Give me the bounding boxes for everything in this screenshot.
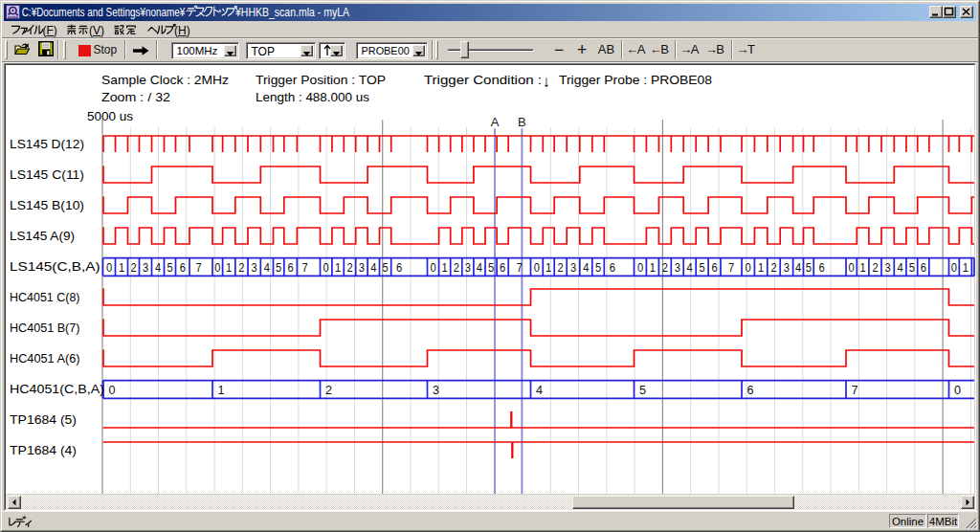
svg-text:2: 2: [558, 260, 564, 275]
svg-text:4: 4: [795, 260, 801, 275]
svg-text:5: 5: [276, 260, 281, 275]
svg-text:5: 5: [700, 260, 705, 275]
svg-text:7: 7: [517, 260, 523, 275]
svg-text:↓: ↓: [543, 73, 551, 91]
svg-text:7: 7: [728, 260, 734, 275]
svg-text:7: 7: [852, 383, 858, 397]
svg-text:1: 1: [335, 260, 341, 275]
svg-text:2: 2: [770, 260, 776, 275]
svg-text:0: 0: [746, 260, 751, 275]
svg-text:3: 3: [885, 260, 891, 275]
svg-text:1: 1: [226, 260, 232, 275]
svg-text:3: 3: [675, 260, 680, 275]
svg-text:Zoom : / 32: Zoom : / 32: [101, 91, 170, 104]
svg-text:6: 6: [180, 260, 186, 275]
svg-text:LS145 B(10): LS145 B(10): [10, 199, 84, 212]
svg-text:6: 6: [711, 260, 717, 275]
svg-text:6: 6: [610, 260, 615, 275]
svg-text:3: 3: [784, 260, 790, 275]
svg-text:A: A: [491, 115, 500, 129]
svg-text:LS145(C,B,A): LS145(C,B,A): [10, 260, 100, 274]
svg-text:TP1684 (5): TP1684 (5): [10, 413, 77, 427]
svg-text:4: 4: [155, 260, 161, 275]
svg-text:3: 3: [143, 260, 148, 275]
svg-text:LS145 A(9): LS145 A(9): [10, 230, 75, 243]
svg-text:2: 2: [662, 260, 668, 275]
svg-text:Sample Clock : 2MHz: Sample Clock : 2MHz: [101, 74, 229, 87]
svg-text:1: 1: [546, 260, 551, 275]
svg-text:TP1684 (4): TP1684 (4): [10, 444, 77, 457]
svg-text:3: 3: [359, 260, 365, 275]
svg-text:Trigger Position : TOP: Trigger Position : TOP: [256, 74, 386, 87]
svg-text:2: 2: [238, 260, 244, 275]
svg-text:0: 0: [637, 260, 643, 275]
svg-text:2: 2: [454, 260, 459, 275]
svg-text:HC4051 B(7): HC4051 B(7): [10, 321, 80, 335]
svg-text:0: 0: [109, 383, 116, 397]
svg-text:0: 0: [323, 260, 329, 275]
svg-text:HC4051 C(8): HC4051 C(8): [10, 291, 80, 304]
svg-text:5: 5: [488, 260, 494, 275]
svg-text:3: 3: [465, 260, 471, 275]
svg-text:HC4051 A(6): HC4051 A(6): [10, 352, 80, 366]
svg-text:4: 4: [477, 260, 482, 275]
svg-text:6: 6: [288, 260, 294, 275]
svg-text:1: 1: [758, 260, 764, 275]
svg-text:6: 6: [819, 260, 825, 275]
svg-text:0: 0: [534, 260, 540, 275]
svg-text:5: 5: [639, 383, 646, 397]
svg-text:7: 7: [301, 260, 307, 275]
svg-text:5: 5: [167, 260, 172, 275]
svg-text:2: 2: [130, 260, 136, 275]
svg-text:3: 3: [570, 260, 576, 275]
svg-text:LS145 C(11): LS145 C(11): [10, 168, 84, 182]
svg-text:4: 4: [370, 260, 376, 275]
svg-text:7: 7: [195, 260, 201, 275]
svg-text:0: 0: [951, 260, 957, 275]
svg-text:1: 1: [963, 260, 969, 275]
svg-text:HC4051(C,B,A): HC4051(C,B,A): [10, 383, 104, 396]
svg-text:2: 2: [346, 260, 352, 275]
svg-text:1: 1: [860, 260, 866, 275]
svg-text:6: 6: [396, 260, 402, 275]
svg-text:0: 0: [431, 260, 436, 275]
svg-text:6: 6: [921, 260, 926, 275]
svg-text:Trigger Probe : PROBE08: Trigger Probe : PROBE08: [559, 74, 712, 87]
svg-text:3: 3: [433, 383, 439, 397]
svg-text:2: 2: [872, 260, 878, 275]
svg-text:4: 4: [264, 260, 270, 275]
svg-text:Length : 488.000 us: Length : 488.000 us: [256, 91, 369, 104]
svg-text:5000 us: 5000 us: [87, 110, 133, 123]
svg-text:4: 4: [536, 383, 543, 397]
svg-text:LS145 D(12): LS145 D(12): [10, 138, 84, 151]
svg-text:5: 5: [909, 260, 915, 275]
svg-text:4: 4: [898, 260, 903, 275]
svg-text:4: 4: [687, 260, 693, 275]
svg-text:0: 0: [214, 260, 220, 275]
svg-text:1: 1: [442, 260, 448, 275]
svg-text:1: 1: [650, 260, 656, 275]
svg-text:4: 4: [583, 260, 589, 275]
svg-text:0: 0: [954, 383, 961, 397]
svg-text:6: 6: [747, 383, 754, 397]
svg-text:B: B: [518, 115, 526, 129]
svg-text:2: 2: [325, 383, 332, 397]
svg-text:1: 1: [218, 383, 225, 397]
svg-text:0: 0: [849, 260, 855, 275]
svg-text:6: 6: [500, 260, 505, 275]
svg-text:5: 5: [595, 260, 601, 275]
svg-text:0: 0: [106, 260, 112, 275]
svg-text:Trigger Condition :: Trigger Condition :: [424, 74, 542, 87]
svg-text:3: 3: [252, 260, 257, 275]
svg-text:1: 1: [119, 260, 124, 275]
svg-text:5: 5: [383, 260, 389, 275]
svg-text:5: 5: [806, 260, 812, 275]
